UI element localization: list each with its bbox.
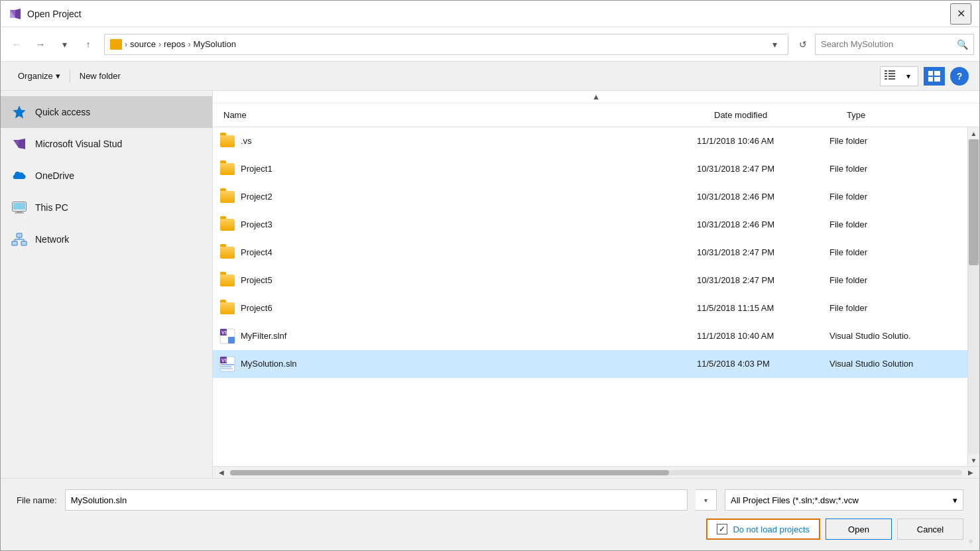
bottom-row2: ✓ Do not load projects Open Cancel [17,519,963,540]
refresh-button[interactable]: ↺ [794,35,812,54]
search-input[interactable] [821,39,953,49]
forward-button[interactable]: → [30,34,51,55]
scroll-left-button[interactable]: ◀ [215,467,227,478]
file-type: Visual Studio Solution [829,359,962,369]
file-row[interactable]: Project5 10/31/2018 2:47 PM File folder [213,267,967,294]
file-row-selected[interactable]: VS MySolution.sln 11/5/2018 4:03 PM Visu… [213,350,967,378]
scroll-track[interactable] [968,139,979,454]
file-date: 10/31/2018 2:47 PM [697,275,829,285]
file-row[interactable]: Project4 10/31/2018 2:47 PM File folder [213,239,967,267]
scroll-up-button[interactable]: ▲ [968,127,980,139]
file-list: .vs 11/1/2018 10:46 AM File folder Proje… [213,127,967,466]
svg-marker-12 [13,106,25,118]
search-box: 🔍 [815,34,974,55]
file-name: Project1 [241,164,697,174]
svg-rect-4 [888,70,895,72]
organize-button[interactable]: Organize ▾ [11,66,67,86]
resize-handle[interactable]: ⠿ [969,540,978,549]
organize-dropdown-icon: ▾ [56,71,60,81]
up-button[interactable]: ↑ [78,34,99,55]
file-type-dropdown[interactable]: All Project Files (*.sln;*.dsw;*.vcw ▾ [725,489,963,511]
this-pc-icon [11,200,27,215]
h-scroll-thumb [230,470,669,475]
folder-icon [218,273,237,288]
folder-icon [218,217,237,233]
scroll-down-button[interactable]: ▼ [968,454,980,466]
file-date: 10/31/2018 2:46 PM [697,192,829,202]
bottom-bar: File name: ▾ All Project Files (*.sln;*.… [1,478,979,550]
breadcrumb-dropdown-button[interactable]: ▾ [766,36,782,52]
vertical-scrollbar: ▲ ▼ [967,127,979,466]
file-list-header: Name Date modified Type [213,103,979,127]
close-button[interactable]: ✕ [950,3,971,25]
breadcrumb-source[interactable]: source [130,39,156,49]
sidebar-item-onedrive[interactable]: OneDrive [1,160,212,192]
file-row[interactable]: .vs 11/1/2018 10:46 AM File folder [213,127,967,155]
checkbox-check-icon: ✓ [719,524,725,534]
scroll-right-button[interactable]: ▶ [965,467,977,478]
sidebar-item-quick-access[interactable]: Quick access [1,96,212,128]
col-header-type[interactable]: Type [841,103,974,127]
svg-rect-21 [13,242,17,245]
sidebar-label-quick-access: Quick access [35,107,90,117]
svg-rect-23 [22,242,26,245]
file-type: File folder [829,192,962,202]
dropdown-nav-button[interactable]: ▾ [54,34,75,55]
help-button[interactable]: ? [950,67,969,86]
file-name-dropdown[interactable]: ▾ [696,489,717,511]
file-row[interactable]: VS MyFilter.slnf 11/1/2018 10:40 AM Visu… [213,322,967,350]
new-folder-label: New folder [80,71,121,81]
open-project-dialog: Open Project ✕ ← → ▾ ↑ › source › repos … [0,0,980,551]
horizontal-scrollbar: ◀ ▶ [213,466,979,478]
view-toggle-button[interactable] [924,67,945,86]
svg-rect-35 [221,364,234,365]
file-row[interactable]: Project2 10/31/2018 2:46 PM File folder [213,183,967,211]
sidebar-label-vs: Microsoft Visual Stud [35,139,122,149]
vs-sidebar-icon [11,136,27,152]
file-row[interactable]: Project1 10/31/2018 2:47 PM File folder [213,155,967,183]
breadcrumb-repos[interactable]: repos [164,39,186,49]
svg-rect-17 [15,212,24,214]
breadcrumb-bar[interactable]: › source › repos › MySolution ▾ [104,34,788,55]
do-not-load-checkbox[interactable]: ✓ [717,524,727,534]
new-folder-button[interactable]: New folder [73,66,127,86]
cancel-button[interactable]: Cancel [897,519,963,540]
file-row[interactable]: Project6 11/5/2018 11:15 AM File folder [213,294,967,322]
file-name: Project6 [241,303,697,313]
open-button[interactable]: Open [826,519,892,540]
folder-icon [110,39,122,50]
sidebar: Quick access Microsoft Visual Stud [1,91,213,478]
breadcrumb-mysolution[interactable]: MySolution [194,39,236,49]
folder-icon [218,245,237,261]
file-name-input[interactable] [65,489,688,511]
folder-icon [218,300,237,316]
collapse-arrow[interactable]: ▲ [213,91,979,103]
file-type: File folder [829,136,962,146]
svg-rect-7 [888,78,895,80]
view-list-button[interactable] [881,67,899,86]
sln-icon: VS [218,356,237,372]
file-type-arrow-icon: ▾ [953,495,957,505]
svg-rect-36 [221,366,231,367]
view-dropdown-button[interactable]: ▾ [899,67,918,86]
h-scroll-track[interactable] [230,470,962,475]
file-type: File folder [829,275,962,285]
sidebar-label-this-pc: This PC [35,202,68,213]
col-header-date[interactable]: Date modified [709,103,841,127]
file-row[interactable]: Project3 10/31/2018 2:46 PM File folder [213,211,967,239]
svg-rect-2 [885,76,887,77]
svg-rect-6 [888,76,895,77]
sidebar-item-this-pc[interactable]: This PC [1,192,212,223]
back-button[interactable]: ← [6,34,27,55]
do-not-load-checkbox-area[interactable]: ✓ Do not load projects [706,519,820,540]
sidebar-label-network: Network [35,234,69,245]
sidebar-item-visual-studio[interactable]: Microsoft Visual Stud [1,128,212,160]
svg-rect-19 [17,234,21,237]
sidebar-label-onedrive: OneDrive [35,170,74,181]
svg-rect-11 [934,77,940,82]
sidebar-item-network[interactable]: Network [1,223,212,255]
quick-access-icon [11,104,27,120]
file-date: 10/31/2018 2:47 PM [697,247,829,257]
scroll-thumb [969,139,979,265]
col-header-name[interactable]: Name [218,103,709,127]
